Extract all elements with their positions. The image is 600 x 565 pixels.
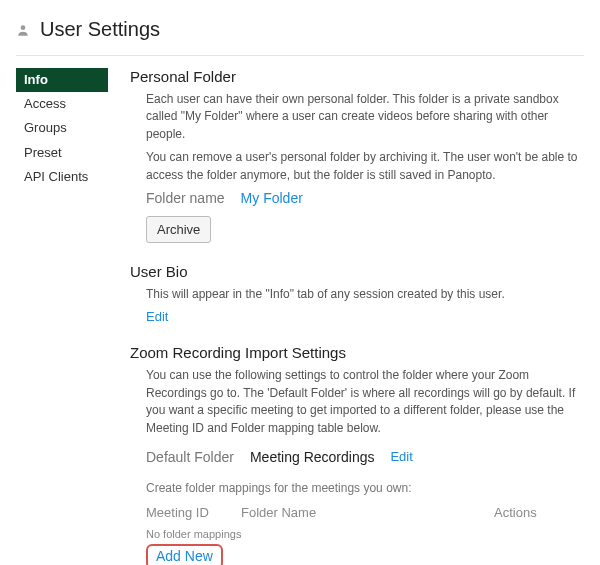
default-folder-label: Default Folder <box>146 449 234 465</box>
user-bio-edit-link[interactable]: Edit <box>146 309 168 324</box>
personal-folder-desc-1: Each user can have their own personal fo… <box>146 91 584 143</box>
section-title-user-bio: User Bio <box>130 263 584 280</box>
page-header: User Settings <box>16 14 584 56</box>
folder-name-label: Folder name <box>146 190 225 206</box>
add-new-highlight: Add New <box>146 544 223 565</box>
section-title-personal-folder: Personal Folder <box>130 68 584 85</box>
mapping-empty: No folder mappings <box>146 528 584 540</box>
sidebar-item-preset[interactable]: Preset <box>16 141 108 165</box>
section-personal-folder: Personal Folder Each user can have their… <box>130 68 584 243</box>
personal-folder-desc-2: You can remove a user's personal folder … <box>146 149 584 184</box>
user-icon <box>16 23 30 37</box>
section-zoom-import: Zoom Recording Import Settings You can u… <box>130 344 584 565</box>
col-meeting-id: Meeting ID <box>146 505 241 520</box>
archive-button[interactable]: Archive <box>146 216 211 243</box>
page-title: User Settings <box>40 18 160 41</box>
svg-point-0 <box>21 25 26 30</box>
section-user-bio: User Bio This will appear in the "Info" … <box>130 263 584 324</box>
section-title-zoom-import: Zoom Recording Import Settings <box>130 344 584 361</box>
default-folder-edit-link[interactable]: Edit <box>390 449 412 464</box>
zoom-desc: You can use the following settings to co… <box>146 367 584 437</box>
sidebar-item-access[interactable]: Access <box>16 92 108 116</box>
sidebar: Info Access Groups Preset API Clients <box>16 68 108 189</box>
add-new-link[interactable]: Add New <box>156 548 213 564</box>
mapping-table-header: Meeting ID Folder Name Actions <box>146 505 584 520</box>
col-actions: Actions <box>494 505 584 520</box>
user-bio-desc: This will appear in the "Info" tab of an… <box>146 286 584 303</box>
mapping-hint: Create folder mappings for the meetings … <box>146 481 584 495</box>
col-folder-name: Folder Name <box>241 505 494 520</box>
sidebar-item-groups[interactable]: Groups <box>16 116 108 140</box>
folder-name-link[interactable]: My Folder <box>241 190 303 206</box>
sidebar-item-info[interactable]: Info <box>16 68 108 92</box>
default-folder-value: Meeting Recordings <box>250 449 375 465</box>
sidebar-item-api-clients[interactable]: API Clients <box>16 165 108 189</box>
